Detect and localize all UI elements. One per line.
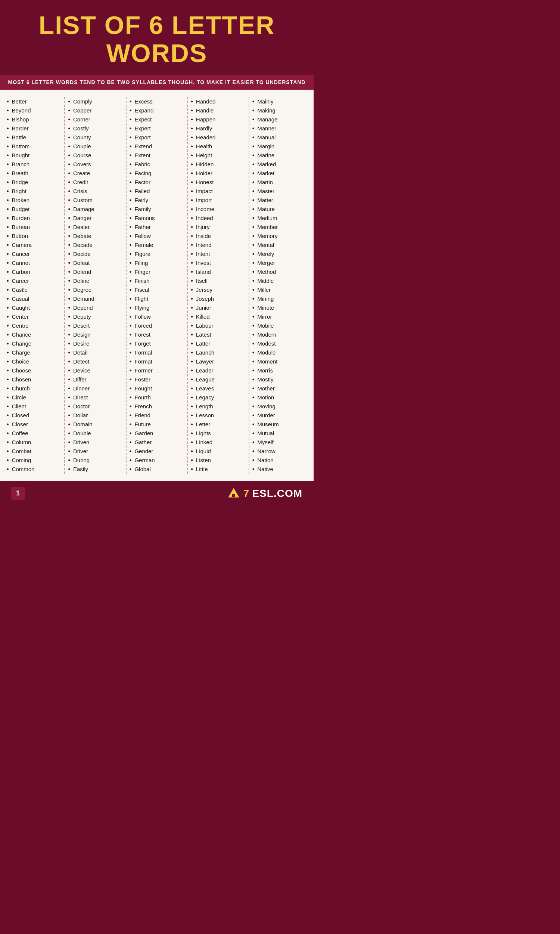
list-item: Bottom — [7, 142, 61, 151]
list-item: Costly — [68, 124, 123, 133]
list-item: Museum — [252, 420, 307, 429]
list-item: Finger — [129, 268, 184, 276]
list-item: Fabric — [129, 160, 184, 169]
main-title: LIST OF 6 LETTER WORDS — [11, 11, 302, 67]
list-item: Breath — [7, 169, 61, 178]
list-item: Murder — [252, 411, 307, 420]
list-item: Middle — [252, 276, 307, 285]
list-item: Covers — [68, 160, 123, 169]
list-item: Hardly — [191, 124, 245, 133]
list-item: Gather — [129, 438, 184, 447]
list-item: Margin — [252, 142, 307, 151]
list-item: Deputy — [68, 312, 123, 321]
list-item: Budget — [7, 205, 61, 214]
list-item: Caught — [7, 304, 61, 312]
list-item: Health — [191, 142, 245, 151]
list-item: Camera — [7, 240, 61, 250]
logo-area: 7 ESL.COM — [227, 487, 302, 500]
word-column-col4: HandedHandleHappenHardlyHeadedHealthHeig… — [188, 97, 249, 474]
list-item: Impact — [191, 187, 245, 196]
list-item: Martin — [252, 178, 307, 187]
list-item: Labour — [191, 321, 245, 330]
list-item: Hidden — [191, 160, 245, 169]
list-item: Driver — [68, 447, 123, 456]
list-item: Headed — [191, 133, 245, 142]
list-item: Famous — [129, 214, 184, 223]
list-item: Moving — [252, 402, 307, 411]
list-item: Member — [252, 223, 307, 232]
list-item: Latter — [191, 339, 245, 348]
list-item: Injury — [191, 223, 245, 232]
columns-wrapper: BetterBeyondBishopBorderBottleBottomBoug… — [4, 97, 310, 474]
list-item: Crisis — [68, 187, 123, 196]
list-item: Handle — [191, 106, 245, 115]
list-item: Native — [252, 465, 307, 474]
list-item: Facing — [129, 169, 184, 178]
list-item: Letter — [191, 420, 245, 429]
list-item: Indeed — [191, 214, 245, 223]
list-item: Matter — [252, 196, 307, 205]
list-item: Mostly — [252, 375, 307, 384]
list-item: Mother — [252, 384, 307, 393]
list-item: Invest — [191, 259, 245, 268]
list-item: Little — [191, 465, 245, 474]
list-item: Fairly — [129, 196, 184, 205]
list-item: Former — [129, 366, 184, 375]
list-item: Decade — [68, 240, 123, 250]
list-item: German — [129, 456, 184, 465]
list-item: Doctor — [68, 402, 123, 411]
list-item: Moment — [252, 357, 307, 366]
word-column-col1: BetterBeyondBishopBorderBottleBottomBoug… — [4, 97, 65, 474]
list-item: Narrow — [252, 447, 307, 456]
list-item: Export — [129, 133, 184, 142]
list-item: Honest — [191, 178, 245, 187]
list-item: Course — [68, 151, 123, 160]
word-list-col3: ExcessExpandExpectExpertExportExtendExte… — [129, 97, 184, 474]
list-item: Leaves — [191, 384, 245, 393]
list-item: Morris — [252, 366, 307, 375]
list-item: Bridge — [7, 178, 61, 187]
list-item: Failed — [129, 187, 184, 196]
list-item: Listen — [191, 456, 245, 465]
list-item: Expert — [129, 124, 184, 133]
list-item: Market — [252, 169, 307, 178]
content-area: BetterBeyondBishopBorderBottleBottomBoug… — [0, 90, 314, 481]
list-item: Motion — [252, 393, 307, 402]
list-item: Forget — [129, 339, 184, 348]
logo-icon — [227, 487, 240, 500]
list-item: Myself — [252, 438, 307, 447]
list-item: Friend — [129, 411, 184, 420]
list-item: Copper — [68, 106, 123, 115]
list-item: Church — [7, 384, 61, 393]
list-item: Merger — [252, 259, 307, 268]
list-item: Leader — [191, 366, 245, 375]
list-item: Corner — [68, 115, 123, 124]
list-item: Better — [7, 97, 61, 106]
list-item: Factor — [129, 178, 184, 187]
list-item: Detect — [68, 357, 123, 366]
list-item: Finish — [129, 276, 184, 285]
list-item: Gender — [129, 447, 184, 456]
list-item: Modern — [252, 330, 307, 339]
list-item: Closed — [7, 411, 61, 420]
list-item: Cannot — [7, 259, 61, 268]
list-item: Mature — [252, 205, 307, 214]
list-item: Coffee — [7, 429, 61, 438]
logo-number: 7 — [243, 487, 249, 499]
list-item: Design — [68, 330, 123, 339]
word-list-col5: MainlyMakingManageMannerManualMarginMari… — [252, 97, 307, 474]
list-item: Joseph — [191, 294, 245, 304]
list-item: Desire — [68, 339, 123, 348]
list-item: Beyond — [7, 106, 61, 115]
list-item: Fellow — [129, 232, 184, 240]
list-item: Branch — [7, 160, 61, 169]
list-item: Closer — [7, 420, 61, 429]
word-column-col3: ExcessExpandExpectExpertExportExtendExte… — [126, 97, 188, 474]
list-item: Domain — [68, 420, 123, 429]
word-column-col5: MainlyMakingManageMannerManualMarginMari… — [249, 97, 310, 474]
list-item: Bottle — [7, 133, 61, 142]
list-item: Merely — [252, 250, 307, 259]
list-item: Danger — [68, 214, 123, 223]
list-item: Nation — [252, 456, 307, 465]
list-item: Inside — [191, 232, 245, 240]
